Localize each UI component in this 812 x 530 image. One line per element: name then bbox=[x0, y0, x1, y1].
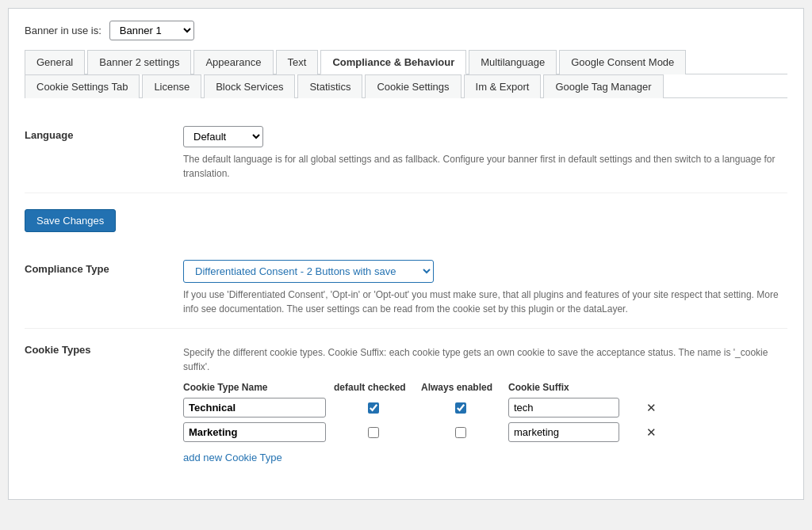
tab-general[interactable]: General bbox=[25, 50, 85, 74]
compliance-type-field: Compliance Type Differentiated Consent -… bbox=[25, 248, 787, 329]
tab-google-tag[interactable]: Google Tag Manager bbox=[543, 74, 663, 98]
always-enabled-technical bbox=[421, 402, 500, 414]
tab-banner2[interactable]: Banner 2 settings bbox=[87, 50, 191, 74]
suffix-technical bbox=[508, 398, 635, 418]
cookie-name-marketing[interactable] bbox=[183, 422, 326, 442]
banner-label: Banner in use is: bbox=[25, 25, 102, 36]
table-row: ✕ bbox=[183, 422, 787, 442]
compliance-type-description: If you use 'Differentiated Consent', 'Op… bbox=[183, 288, 787, 316]
language-field: Language Default English German French T… bbox=[25, 114, 787, 193]
col-header-always: Always enabled bbox=[421, 382, 500, 393]
tab-compliance[interactable]: Compliance & Behaviour bbox=[320, 50, 466, 74]
save-row: Save Changes bbox=[25, 193, 787, 248]
default-checked-checkbox-technical[interactable] bbox=[368, 402, 379, 414]
save-changes-button[interactable]: Save Changes bbox=[25, 209, 116, 232]
always-enabled-checkbox-technical[interactable] bbox=[455, 402, 466, 414]
suffix-input-technical[interactable] bbox=[508, 398, 619, 418]
tab-cookie-settings-tab[interactable]: Cookie Settings Tab bbox=[25, 74, 140, 98]
cookie-types-field: Cookie Types Specify the different cooki… bbox=[25, 329, 787, 475]
remove-marketing-button[interactable]: ✕ bbox=[643, 425, 660, 440]
col-header-name: Cookie Type Name bbox=[183, 382, 326, 393]
tab-multilanguage[interactable]: Multilanguage bbox=[469, 50, 557, 74]
tabs-row-1: General Banner 2 settings Appearance Tex… bbox=[25, 50, 787, 74]
col-header-suffix: Cookie Suffix bbox=[508, 382, 635, 393]
tab-statistics[interactable]: Statistics bbox=[297, 74, 362, 98]
language-label: Language bbox=[25, 126, 183, 141]
col-header-default: default checked bbox=[334, 382, 413, 393]
cookie-types-description: Specify the different cookie types. Cook… bbox=[183, 345, 787, 374]
always-enabled-checkbox-marketing[interactable] bbox=[455, 427, 466, 438]
cookie-name-technical[interactable] bbox=[183, 398, 326, 418]
tab-im-export[interactable]: Im & Export bbox=[464, 74, 542, 98]
compliance-type-label: Compliance Type bbox=[25, 260, 183, 275]
tab-cookie-settings[interactable]: Cookie Settings bbox=[365, 74, 461, 98]
remove-technical-button[interactable]: ✕ bbox=[643, 401, 660, 415]
cookie-types-table: Cookie Type Name default checked Always … bbox=[183, 382, 787, 463]
cookie-types-label: Cookie Types bbox=[25, 341, 183, 356]
always-enabled-marketing bbox=[421, 427, 500, 438]
language-select[interactable]: Default English German French bbox=[183, 126, 263, 147]
tab-license[interactable]: License bbox=[142, 74, 201, 98]
tab-google-consent[interactable]: Google Consent Mode bbox=[559, 50, 686, 74]
tab-appearance[interactable]: Appearance bbox=[193, 50, 273, 74]
default-checked-checkbox-marketing[interactable] bbox=[368, 427, 379, 438]
add-cookie-type-link[interactable]: add new Cookie Type bbox=[183, 452, 282, 463]
suffix-marketing bbox=[508, 422, 635, 442]
suffix-input-marketing[interactable] bbox=[508, 422, 619, 442]
default-checked-technical bbox=[334, 402, 413, 414]
compliance-type-select[interactable]: Differentiated Consent - 2 Buttons with … bbox=[183, 260, 434, 283]
default-checked-marketing bbox=[334, 427, 413, 438]
tabs-row-2: Cookie Settings Tab License Block Servic… bbox=[25, 74, 787, 98]
language-description: The default language is for all global s… bbox=[183, 152, 787, 181]
table-row: ✕ bbox=[183, 398, 787, 418]
banner-select[interactable]: Banner 1 Banner 2 Banner 3 bbox=[109, 21, 194, 40]
tab-text[interactable]: Text bbox=[276, 50, 319, 74]
tab-block-services[interactable]: Block Services bbox=[204, 74, 295, 98]
